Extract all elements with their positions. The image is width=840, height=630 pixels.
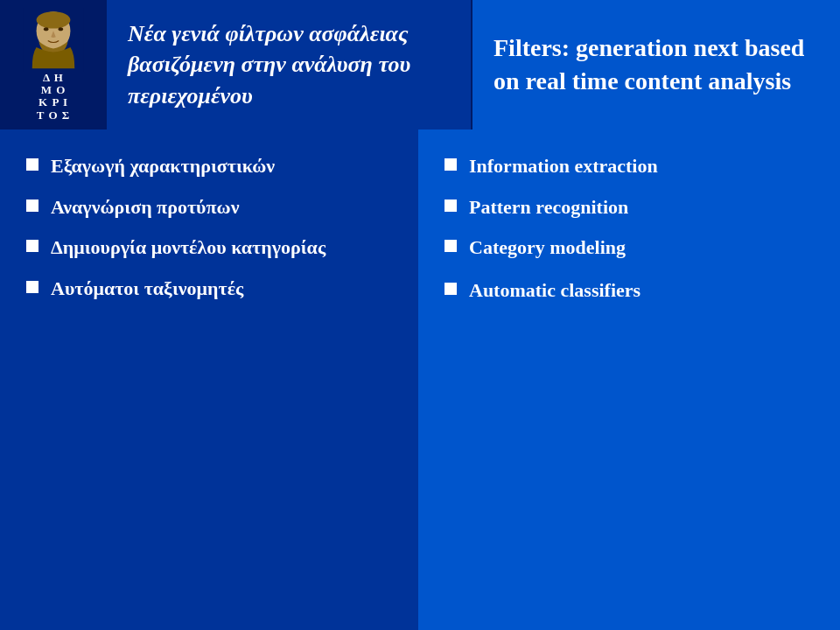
bullet-text: Δημιουργία μοντέλου κατηγορίας	[51, 235, 401, 261]
list-item: Automatic classifiers	[444, 278, 819, 304]
bullet-text: Information extraction	[469, 154, 819, 179]
bullet-icon	[444, 200, 457, 212]
main-content: Εξαγωγή χαρακτηριστικών Αναγνώριση προτύ…	[0, 130, 840, 630]
content-right: Information extraction Pattern recogniti…	[418, 130, 840, 630]
bullet-icon	[26, 158, 38, 171]
bullet-icon	[26, 240, 38, 252]
logo-line-1: Δ Η	[43, 72, 64, 84]
bullet-text: Αυτόματοι ταξινομητές	[51, 276, 401, 302]
list-item: Δημιουργία μοντέλου κατηγορίας	[26, 235, 401, 261]
english-title-text: Filters: generation next based on real t…	[494, 32, 819, 98]
bullet-icon	[444, 240, 457, 252]
right-bullet-list: Information extraction Pattern recogniti…	[444, 154, 819, 303]
header-title-english: Filters: generation next based on real t…	[472, 0, 840, 130]
logo-line-3: Κ Ρ Ι	[38, 96, 68, 108]
bullet-icon	[444, 283, 457, 295]
svg-point-2	[37, 11, 71, 28]
header-title-greek: Νέα γενιά φίλτρων ασφάλειας βασιζόμενη σ…	[107, 0, 471, 130]
greek-title-text: Νέα γενιά φίλτρων ασφάλειας βασιζόμενη σ…	[128, 18, 453, 110]
bullet-icon	[26, 281, 38, 293]
list-item: Information extraction	[444, 154, 819, 179]
logo-line-4: Τ Ο Σ	[37, 109, 71, 122]
bullet-icon	[26, 200, 38, 212]
bullet-text: Εξαγωγή χαρακτηριστικών	[51, 154, 401, 179]
logo-inner: Δ Η Μ Ο Κ Ρ Ι Τ Ο Σ	[10, 8, 97, 122]
bullet-icon	[444, 158, 457, 171]
left-bullet-list: Εξαγωγή χαρακτηριστικών Αναγνώριση προτύ…	[26, 154, 401, 301]
bullet-text: Category modeling	[469, 235, 819, 261]
list-item: Category modeling	[444, 235, 819, 261]
list-item: Αυτόματοι ταξινομητές	[26, 276, 401, 302]
svg-point-4	[59, 27, 64, 31]
header-content: Νέα γενιά φίλτρων ασφάλειας βασιζόμενη σ…	[107, 0, 840, 130]
list-item: Pattern recognition	[444, 195, 819, 220]
bullet-text: Αναγνώριση προτύπων	[51, 195, 401, 220]
bullet-text: Automatic classifiers	[469, 278, 819, 304]
svg-point-3	[44, 27, 49, 31]
logo-illustration	[10, 8, 97, 72]
bullet-text: Pattern recognition	[469, 195, 819, 220]
list-item: Αναγνώριση προτύπων	[26, 195, 401, 220]
header-bar: Δ Η Μ Ο Κ Ρ Ι Τ Ο Σ Νέα γενιά φίλτρων ασ…	[0, 0, 840, 130]
list-item: Εξαγωγή χαρακτηριστικών	[26, 154, 401, 179]
logo-line-2: Μ Ο	[41, 84, 66, 96]
content-left: Εξαγωγή χαρακτηριστικών Αναγνώριση προτύ…	[0, 130, 418, 630]
logo-text: Δ Η Μ Ο Κ Ρ Ι Τ Ο Σ	[37, 72, 71, 122]
slide: Δ Η Μ Ο Κ Ρ Ι Τ Ο Σ Νέα γενιά φίλτρων ασ…	[0, 0, 840, 630]
logo-block: Δ Η Μ Ο Κ Ρ Ι Τ Ο Σ	[0, 0, 107, 130]
